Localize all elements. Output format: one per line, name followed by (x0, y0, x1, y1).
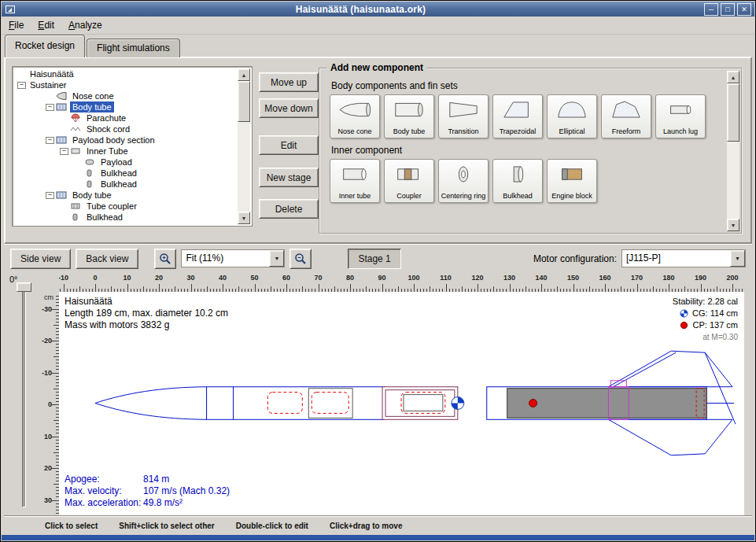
add-freeform-button[interactable]: Freeform (601, 94, 651, 138)
add-engine-block-button[interactable]: Engine block (547, 159, 597, 203)
zoom-in-button[interactable] (154, 249, 176, 269)
scroll-down-icon[interactable] (238, 212, 250, 224)
nose-cone-shape[interactable] (95, 387, 207, 420)
status-bar: Click to selectShift+click to select oth… (4, 516, 752, 534)
tree-item-bulkhead[interactable]: Bulkhead (14, 179, 238, 190)
fin-top-shape[interactable] (608, 351, 732, 387)
menu-edit[interactable]: Edit (31, 17, 61, 34)
expander-icon[interactable] (17, 82, 26, 89)
component-label: Inner tube (338, 193, 372, 200)
zoom-level-select[interactable]: Fit (11%) (181, 249, 285, 267)
group-label-inner-component: Inner component (331, 145, 724, 156)
move-up-button[interactable]: Move up (259, 72, 319, 92)
tab-flight-simulations[interactable]: Flight simulations (87, 39, 180, 57)
tree-item-parachute[interactable]: Parachute (14, 112, 238, 124)
rocket-name: Haisunäätä (65, 296, 228, 308)
flight-stat-max-acceleration: Max. acceleration:49.8 m/s² (65, 497, 230, 509)
add-bulkhead-button[interactable]: Bulkhead (492, 159, 543, 203)
add-body-tube-button[interactable]: Body tube (384, 94, 434, 138)
tree-item-label: Haisunäätä (28, 68, 76, 79)
fin-bottom-shape[interactable] (608, 419, 732, 455)
tree-item-body-tube[interactable]: Body tube (14, 101, 238, 112)
add-coupler-button[interactable]: Coupler (384, 159, 434, 203)
cp-marker[interactable] (529, 400, 537, 407)
palette-scroll-thumb[interactable] (727, 83, 739, 142)
tree-item-label: Shock cord (84, 124, 132, 135)
tree-scroll-thumb[interactable] (238, 81, 250, 122)
component-label: Elliptical (558, 128, 585, 135)
tree-item-payload[interactable]: Payload (14, 157, 238, 168)
tree-item-shock-cord[interactable]: Shock cord (14, 124, 238, 135)
cg-value: 114 cm (710, 308, 738, 318)
maximize-button[interactable]: □ (721, 3, 735, 16)
expander-icon[interactable] (46, 104, 54, 111)
edit-button[interactable]: Edit (259, 135, 319, 155)
titlebar: Haisunäätä (haisunaata.ork) ─ □ ✕ (2, 2, 754, 17)
payload-icon (84, 157, 96, 167)
view-toolbar: Side view Back view Fit (11%) Stage 1 Mo… (4, 247, 752, 270)
scroll-down-icon[interactable] (727, 219, 739, 231)
add-launch-lug-button[interactable]: Launch lug (655, 94, 706, 138)
add-nose-cone-button[interactable]: Nose cone (330, 94, 380, 138)
component-groups: Body components and fin setsNose coneBod… (330, 74, 724, 230)
stability-info: Stability: 2.28 cal CG: 114 cm CP: 137 c… (673, 296, 738, 343)
scroll-up-icon[interactable] (727, 71, 739, 83)
expander-icon[interactable] (60, 148, 68, 155)
coupler-icon (393, 162, 426, 186)
bulkhead-icon (84, 168, 96, 178)
expander-icon[interactable] (46, 192, 54, 199)
chevron-down-icon[interactable] (730, 250, 745, 267)
rocket-canvas[interactable]: Haisunäätä Length 189 cm, max. diameter … (59, 292, 744, 517)
hint-double-click-to-edit: Double-click to edit (236, 522, 308, 530)
tree-item-payload-body-section[interactable]: Payload body section (14, 135, 238, 146)
payload-section-shape[interactable] (382, 387, 458, 420)
side-view-button[interactable]: Side view (10, 249, 71, 269)
menu-file[interactable]: File (2, 17, 31, 34)
delete-button[interactable]: Delete (259, 199, 319, 219)
move-down-button[interactable]: Move down (259, 98, 319, 118)
tree-item-sustainer[interactable]: Sustainer (14, 79, 238, 90)
tab-rocket-design[interactable]: Rocket design (5, 35, 85, 57)
chevron-down-icon[interactable] (269, 250, 284, 267)
motor-config-select[interactable]: [J115-P] (621, 249, 746, 267)
tree-scrollbar[interactable] (238, 68, 250, 224)
tree-item-nose-cone[interactable]: Nose cone (14, 90, 238, 101)
flight-stat-apogee: Apogee:814 m (65, 474, 230, 485)
rotation-slider-handle[interactable] (17, 282, 31, 292)
expander-icon[interactable] (46, 137, 54, 144)
tree-item-body-tube[interactable]: Body tube (14, 190, 238, 201)
minimize-button[interactable]: ─ (704, 3, 718, 16)
stage-1-toggle[interactable]: Stage 1 (348, 249, 400, 269)
tree-item-bulkhead[interactable]: Bulkhead (14, 168, 238, 179)
cp-icon (680, 321, 688, 330)
add-centering-ring-button[interactable]: Centering ring (438, 159, 489, 203)
tree-item-label: Parachute (84, 112, 128, 124)
tree-item-tube-coupler[interactable]: Tube coupler (14, 201, 238, 212)
launchlug-icon (664, 98, 697, 121)
add-inner-tube-button[interactable]: Inner tube (330, 159, 380, 203)
tree-item-inner-tube[interactable]: Inner Tube (14, 146, 238, 157)
tree-item-label: Tube coupler (84, 201, 139, 212)
palette-scrollbar[interactable] (727, 71, 739, 231)
menu-analyze[interactable]: Analyze (61, 17, 109, 34)
close-button[interactable]: ✕ (737, 3, 751, 16)
back-view-button[interactable]: Back view (76, 249, 138, 269)
hint-click-to-select: Click to select (45, 522, 98, 530)
bodytube-icon (56, 135, 68, 145)
cg-marker[interactable] (452, 397, 464, 410)
tree-item-haisun-t[interactable]: Haisunäätä (14, 68, 238, 79)
component-tree: HaisunäätäSustainerNose coneBody tubePar… (12, 66, 253, 227)
tabrow: Rocket design Flight simulations (5, 35, 751, 57)
add-elliptical-button[interactable]: Elliptical (547, 94, 597, 138)
rotation-slider-track[interactable] (22, 286, 26, 507)
component-label: Freeform (611, 128, 642, 135)
zoom-out-button[interactable] (289, 249, 312, 269)
group-label-body-components-and-fin-sets: Body components and fin sets (331, 80, 724, 91)
scroll-up-icon[interactable] (238, 68, 250, 81)
tree-item-bulkhead[interactable]: Bulkhead (14, 212, 238, 223)
add-trapezoidal-button[interactable]: Trapezoidal (492, 94, 543, 138)
tree-item-label: Bulkhead (84, 212, 125, 223)
add-transition-button[interactable]: Transition (438, 94, 489, 138)
new-stage-button[interactable]: New stage (259, 168, 319, 187)
component-label: Launch lug (662, 128, 699, 135)
